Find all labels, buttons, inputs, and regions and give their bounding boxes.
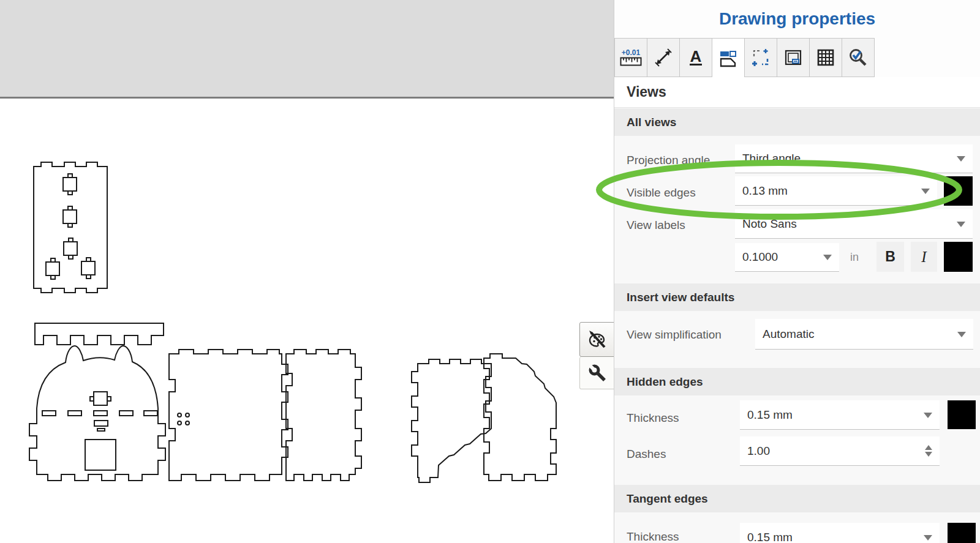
tab-annotation-text[interactable]: A (679, 38, 712, 77)
tab-view-properties[interactable] (712, 38, 745, 78)
views-heading: Views (627, 84, 666, 100)
projection-angle-select[interactable]: Third angle (735, 144, 973, 173)
panel-title: Drawing properties (614, 0, 980, 38)
view-simplification-select[interactable]: Automatic (755, 319, 973, 350)
tangent-thickness-select[interactable]: 0.15 mm (740, 523, 940, 543)
piece-cat-face-cutouts[interactable] (42, 392, 157, 470)
drawing-properties-panel: Drawing properties +0.01 (614, 0, 980, 543)
table-grid-icon (815, 47, 837, 69)
bold-button[interactable]: B (876, 242, 904, 272)
wrench-icon (586, 362, 608, 384)
chevron-down-icon (921, 189, 930, 194)
tangent-thickness-label: Thickness (627, 530, 679, 543)
hidden-thickness-label: Thickness (627, 411, 679, 425)
italic-button[interactable]: I (911, 242, 937, 272)
chevron-down-icon (924, 535, 932, 541)
chevron-down-icon (957, 332, 966, 337)
appearance-button[interactable] (579, 322, 614, 357)
svg-text:A: A (690, 47, 702, 66)
visible-edges-thickness-select[interactable]: 0.13 mm (735, 176, 937, 206)
piece-cat-face-panel[interactable] (29, 346, 165, 481)
tab-dimension-precision[interactable]: +0.01 (614, 38, 647, 77)
dimension-arrow-icon (652, 47, 674, 69)
tangent-edges-color-swatch[interactable] (948, 523, 976, 543)
tab-insert-view[interactable] (744, 38, 777, 77)
piece-slotted-panel-cutouts[interactable] (46, 174, 95, 279)
visible-edges-color-swatch[interactable] (944, 176, 973, 206)
view-labels-label: View labels (627, 219, 685, 232)
app-window: Drawing properties +0.01 (0, 0, 980, 543)
check-magnifier-icon (847, 47, 869, 69)
tab-quality-check[interactable] (842, 38, 875, 77)
view-labels-font-select[interactable]: Noto Sans (735, 209, 973, 239)
tab-dimension-style[interactable] (647, 38, 680, 77)
all-views-band: All views (614, 108, 980, 136)
piece-side-panel-large-holes[interactable] (178, 413, 189, 425)
views-icon (717, 47, 739, 69)
piece-side-panel-narrow[interactable] (286, 350, 361, 481)
tab-table-properties[interactable] (809, 38, 842, 77)
tab-sheet-properties[interactable] (777, 38, 810, 77)
dimension-precision-icon: +0.01 (620, 49, 642, 66)
view-labels-size-select[interactable]: 0.1000 (735, 243, 839, 272)
stepper-arrows-icon[interactable] (925, 445, 932, 457)
palette-brush-icon (586, 329, 608, 351)
drawing-canvas[interactable] (0, 0, 614, 543)
tools-button[interactable] (579, 357, 614, 389)
view-labels-color-swatch[interactable] (944, 242, 973, 272)
insert-view-defaults-band: Insert view defaults (614, 283, 980, 311)
panel-tab-strip: +0.01 (614, 38, 875, 78)
sheet-border-icon (782, 47, 804, 69)
hidden-thickness-select[interactable]: 0.15 mm (740, 400, 940, 430)
piece-comb-rail[interactable] (35, 323, 164, 345)
piece-sloped-panel-left[interactable] (412, 359, 491, 482)
hidden-edges-color-swatch[interactable] (948, 400, 976, 429)
dashes-label: Dashes (627, 448, 666, 461)
chevron-down-icon (957, 222, 965, 227)
tangent-edges-band: Tangent edges (614, 485, 980, 512)
chevron-down-icon (957, 156, 965, 162)
views-heading-strip: Views (614, 77, 980, 108)
projection-angle-label: Projection angle (627, 154, 710, 167)
insert-view-icon (750, 47, 772, 69)
piece-side-panel-large[interactable] (169, 350, 288, 481)
hidden-edges-band: Hidden edges (614, 368, 980, 395)
chevron-down-icon (823, 255, 832, 260)
text-annotation-icon: A (685, 47, 707, 69)
panel-header: Drawing properties +0.01 (614, 0, 980, 77)
visible-edges-label: Visible edges (627, 186, 696, 200)
piece-sloped-panel-right[interactable] (484, 354, 556, 481)
chevron-down-icon (924, 413, 932, 418)
view-simplification-label: View simplification (627, 328, 722, 342)
dashes-stepper[interactable]: 1.00 (740, 436, 940, 466)
size-unit-label: in (850, 251, 859, 264)
